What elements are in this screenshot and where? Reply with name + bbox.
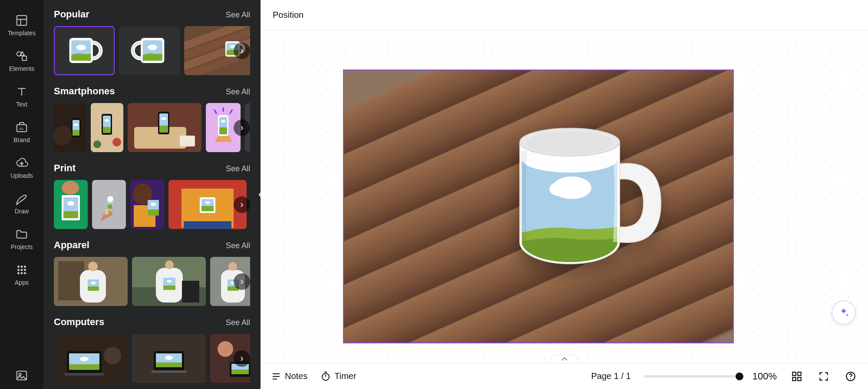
section-title: Smartphones — [54, 86, 115, 97]
svg-point-135 — [850, 378, 851, 379]
svg-rect-133 — [798, 377, 801, 381]
svg-point-44 — [93, 140, 101, 148]
rail-uploads[interactable]: Uploads — [0, 150, 43, 186]
bottom-bar: Notes Timer Page 1 / 1 100% — [261, 363, 868, 389]
svg-rect-111 — [156, 362, 182, 367]
grid-icon — [791, 371, 802, 382]
mockup-apparel-2[interactable] — [132, 257, 206, 306]
svg-rect-91 — [163, 286, 175, 290]
see-all-popular[interactable]: See All — [226, 10, 250, 20]
smartphones-next[interactable]: › — [234, 120, 250, 136]
svg-point-85 — [88, 262, 98, 271]
mockup-phone-2[interactable] — [91, 103, 123, 152]
svg-point-70 — [151, 203, 156, 206]
mockup-mug-front[interactable] — [54, 26, 115, 75]
rail-templates[interactable]: Templates — [0, 8, 43, 43]
svg-point-14 — [21, 272, 23, 274]
position-button[interactable]: Position — [271, 7, 305, 23]
svg-point-8 — [21, 266, 23, 268]
svg-point-10 — [17, 269, 20, 271]
mockups-panel: Popular See All › Smartphones See All — [43, 0, 261, 389]
collapse-panel-button[interactable] — [254, 177, 261, 212]
mockup-mug-back[interactable] — [119, 26, 180, 75]
mockup-computer-1[interactable] — [54, 334, 128, 383]
computers-row: › — [54, 334, 250, 383]
rail-elements[interactable]: Elements — [0, 43, 43, 79]
svg-rect-93 — [182, 281, 199, 303]
mockup-phone-3[interactable] — [128, 103, 201, 152]
mockup-print-2[interactable] — [92, 180, 126, 229]
rail-draw[interactable]: Draw — [0, 186, 43, 222]
svg-point-37 — [54, 126, 72, 145]
page-indicator[interactable]: Page 1 / 1 — [591, 371, 631, 381]
section-title: Popular — [54, 9, 89, 20]
timer-button[interactable]: Timer — [320, 371, 356, 382]
print-row: › — [54, 180, 250, 229]
svg-point-23 — [148, 45, 157, 50]
svg-point-83 — [91, 282, 96, 284]
mockup-apparel-1[interactable] — [54, 257, 128, 306]
magic-fab[interactable] — [832, 301, 855, 324]
svg-point-99 — [228, 262, 237, 271]
zoom-value[interactable]: 100% — [752, 371, 777, 382]
zoom-slider[interactable] — [644, 375, 739, 378]
help-button[interactable] — [844, 369, 858, 383]
rail-projects[interactable]: Projects — [0, 222, 43, 257]
rail-text[interactable]: Text — [0, 79, 43, 115]
svg-point-76 — [205, 201, 210, 204]
design-frame[interactable] — [343, 70, 734, 343]
apparel-row: › — [54, 257, 250, 306]
svg-text:co.: co. — [19, 126, 24, 131]
svg-point-120 — [526, 132, 613, 154]
zoom-slider-knob[interactable] — [736, 372, 743, 380]
mockup-phone-1[interactable] — [54, 103, 86, 152]
canvas[interactable] — [261, 30, 868, 363]
svg-point-123 — [549, 182, 568, 196]
svg-point-41 — [105, 119, 109, 122]
rail-photo[interactable] — [0, 363, 43, 389]
computers-next[interactable]: › — [234, 350, 250, 367]
section-popular: Popular See All › — [54, 9, 250, 75]
templates-icon — [15, 14, 28, 27]
rail-label: Text — [16, 101, 27, 108]
section-computers: Computers See All › — [54, 316, 250, 383]
popular-next[interactable]: › — [234, 43, 250, 59]
print-next[interactable]: › — [234, 196, 250, 213]
image-icon — [15, 369, 28, 382]
svg-point-55 — [221, 120, 225, 123]
context-toolbar: Position — [261, 0, 868, 30]
svg-rect-71 — [148, 209, 159, 216]
mockup-print-3[interactable] — [130, 180, 164, 229]
add-page-tab[interactable] — [551, 354, 578, 363]
svg-point-62 — [62, 181, 79, 195]
svg-point-90 — [167, 280, 172, 283]
mockup-computer-2[interactable] — [132, 334, 206, 383]
projects-icon — [15, 228, 28, 241]
svg-rect-42 — [103, 127, 111, 133]
svg-point-13 — [17, 272, 20, 274]
svg-point-15 — [24, 272, 26, 274]
svg-point-49 — [161, 117, 166, 120]
grid-view-button[interactable] — [790, 369, 804, 383]
svg-rect-56 — [219, 127, 227, 134]
see-all-print[interactable]: See All — [226, 164, 250, 173]
mockup-print-1[interactable] — [54, 180, 88, 229]
see-all-apparel[interactable]: See All — [226, 241, 250, 250]
sparkle-icon — [838, 306, 850, 319]
uploads-icon — [15, 156, 28, 170]
main-area: Position — [261, 0, 868, 389]
svg-point-12 — [24, 269, 26, 271]
timer-icon — [320, 371, 331, 382]
help-icon — [845, 371, 856, 382]
svg-rect-131 — [798, 372, 801, 376]
fullscreen-button[interactable] — [817, 369, 831, 383]
rail-brand[interactable]: co. Brand — [0, 115, 43, 150]
see-all-smartphones[interactable]: See All — [226, 87, 250, 96]
rail-apps[interactable]: Apps — [0, 257, 43, 293]
see-all-computers[interactable]: See All — [226, 318, 250, 327]
apparel-next[interactable]: › — [234, 273, 250, 290]
mug-mockup[interactable] — [494, 112, 676, 294]
notes-button[interactable]: Notes — [271, 371, 307, 382]
svg-rect-117 — [231, 369, 249, 374]
section-title: Print — [54, 163, 76, 174]
